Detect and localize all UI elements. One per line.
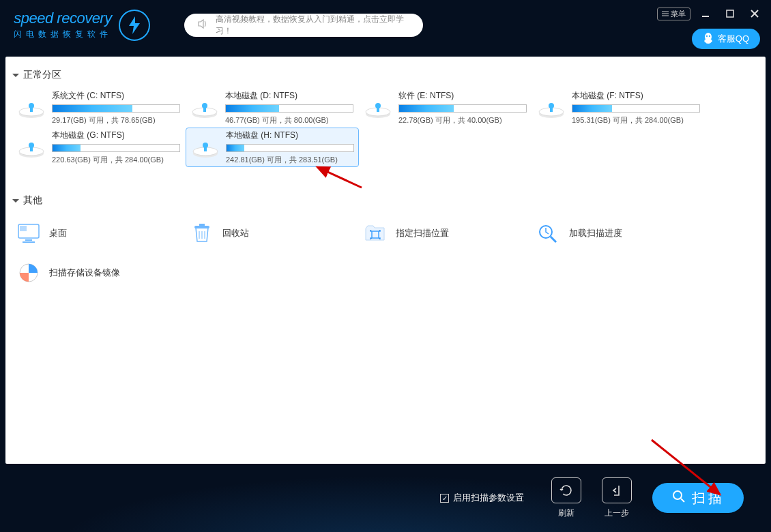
- svg-rect-30: [25, 239, 32, 241]
- menu-button[interactable]: 菜单: [657, 8, 690, 20]
- partitions-section-header[interactable]: 正常分区: [12, 69, 759, 81]
- partition-item[interactable]: 软件 (E: NTFS)22.78(GB) 可用，共 40.00(GB): [359, 88, 532, 128]
- other-item-image[interactable]: 扫描存储设备镜像: [12, 253, 186, 293]
- partition-item[interactable]: 系统文件 (C: NTFS)29.17(GB) 可用，共 78.65(GB): [12, 88, 186, 128]
- partition-usage: 195.31(GB) 可用，共 284.00(GB): [572, 115, 701, 125]
- prev-step-label: 上一步: [605, 507, 629, 519]
- partition-item[interactable]: 本地磁盘 (F: NTFS)195.31(GB) 可用，共 284.00(GB): [532, 88, 705, 128]
- support-qq-button[interactable]: 客服QQ: [692, 29, 760, 49]
- partition-name: 本地磁盘 (G: NTFS): [52, 130, 181, 141]
- disk-icon: [16, 134, 46, 160]
- refresh-icon: [551, 477, 581, 503]
- disk-icon: [363, 95, 393, 121]
- enable-scan-params-label: 启用扫描参数设置: [453, 492, 524, 504]
- other-item-recycle[interactable]: 回收站: [186, 213, 359, 253]
- usage-bar: [398, 104, 527, 113]
- image-icon: [16, 261, 41, 285]
- menu-button-label: 菜单: [671, 9, 686, 19]
- svg-rect-0: [727, 10, 733, 17]
- collapse-triangle-icon: [12, 199, 19, 203]
- svg-rect-27: [204, 145, 207, 151]
- disk-icon: [16, 95, 46, 121]
- minimize-button[interactable]: [696, 5, 715, 22]
- speaker-icon: [197, 18, 209, 32]
- collapse-triangle-icon: [12, 74, 19, 77]
- specify-icon: [363, 221, 388, 246]
- enable-scan-params-checkbox[interactable]: ✓ 启用扫描参数设置: [440, 492, 524, 504]
- window-controls: 菜单: [657, 5, 764, 22]
- other-item-specify[interactable]: 指定扫描位置: [359, 213, 532, 253]
- bolt-badge-icon: [119, 10, 150, 41]
- svg-rect-23: [30, 145, 33, 151]
- other-item-label: 指定扫描位置: [396, 227, 449, 239]
- other-grid: 桌面回收站指定扫描位置加载扫描进度扫描存储设备镜像: [12, 213, 759, 293]
- svg-rect-29: [20, 226, 27, 231]
- search-icon: [671, 489, 686, 507]
- other-item-label: 回收站: [222, 227, 249, 239]
- refresh-button[interactable]: 刷新: [551, 477, 581, 519]
- partition-usage: 242.81(GB) 可用，共 283.51(GB): [226, 155, 354, 165]
- partition-name: 软件 (E: NTFS): [398, 90, 528, 102]
- svg-point-37: [673, 491, 682, 499]
- svg-rect-7: [30, 106, 33, 112]
- logo-block: speed recovery 闪电数据恢复软件: [14, 10, 150, 41]
- partition-name: 本地磁盘 (D: NTFS): [225, 90, 355, 102]
- svg-rect-31: [23, 241, 35, 243]
- svg-rect-15: [377, 106, 379, 112]
- scan-button-label: 扫描: [692, 489, 725, 507]
- usage-bar: [52, 104, 180, 113]
- back-icon: [602, 477, 632, 503]
- close-button[interactable]: [745, 5, 764, 22]
- usage-bar: [226, 144, 354, 152]
- other-title: 其他: [23, 194, 42, 207]
- logo-title: speed recovery: [14, 10, 111, 27]
- desktop-icon: [16, 221, 41, 246]
- partition-item[interactable]: 本地磁盘 (H: NTFS)242.81(GB) 可用，共 283.51(GB): [186, 128, 359, 167]
- support-qq-label: 客服QQ: [718, 33, 749, 45]
- partition-usage: 29.17(GB) 可用，共 78.65(GB): [52, 115, 181, 125]
- partitions-title: 正常分区: [23, 69, 61, 81]
- recycle-icon: [190, 221, 214, 246]
- refresh-label: 刷新: [558, 507, 574, 519]
- footer-bar: ✓ 启用扫描参数设置 刷新 上一步 扫描: [0, 464, 771, 532]
- partition-usage: 22.78(GB) 可用，共 40.00(GB): [398, 115, 528, 125]
- other-section-header[interactable]: 其他: [12, 194, 759, 207]
- other-item-load[interactable]: 加载扫描进度: [532, 213, 705, 253]
- usage-bar: [225, 104, 353, 113]
- qq-icon: [703, 32, 714, 46]
- other-item-desktop[interactable]: 桌面: [12, 213, 186, 253]
- tutorial-tip[interactable]: 高清视频教程，数据恢复从入门到精通，点击立即学习！: [184, 14, 423, 37]
- svg-point-3: [709, 35, 710, 37]
- svg-point-2: [706, 35, 708, 37]
- partitions-grid: 系统文件 (C: NTFS)29.17(GB) 可用，共 78.65(GB)本地…: [12, 88, 759, 167]
- svg-rect-33: [199, 224, 205, 226]
- partition-name: 本地磁盘 (H: NTFS): [226, 130, 354, 141]
- other-item-label: 桌面: [49, 227, 67, 239]
- menu-lines-icon: [662, 11, 669, 16]
- svg-rect-11: [203, 106, 206, 112]
- checkbox-icon: ✓: [440, 494, 449, 503]
- usage-bar: [52, 144, 180, 152]
- maximize-button[interactable]: [721, 5, 740, 22]
- app-header: speed recovery 闪电数据恢复软件 高清视频教程，数据恢复从入门到精…: [0, 0, 771, 50]
- disk-icon: [536, 95, 566, 121]
- svg-rect-19: [550, 106, 553, 112]
- scan-button[interactable]: 扫描: [652, 483, 744, 513]
- partition-usage: 220.63(GB) 可用，共 284.00(GB): [52, 155, 181, 165]
- partition-name: 系统文件 (C: NTFS): [52, 90, 181, 102]
- main-panel: 正常分区 系统文件 (C: NTFS)29.17(GB) 可用，共 78.65(…: [5, 57, 766, 464]
- disk-icon: [190, 95, 220, 121]
- partition-item[interactable]: 本地磁盘 (D: NTFS)46.77(GB) 可用，共 80.00(GB): [186, 88, 359, 128]
- tutorial-tip-text: 高清视频教程，数据恢复从入门到精通，点击立即学习！: [216, 14, 411, 37]
- logo-subtitle: 闪电数据恢复软件: [14, 29, 112, 40]
- other-item-label: 扫描存储设备镜像: [49, 267, 120, 279]
- disk-icon: [190, 134, 220, 160]
- svg-rect-32: [194, 226, 209, 228]
- partition-item[interactable]: 本地磁盘 (G: NTFS)220.63(GB) 可用，共 284.00(GB): [12, 128, 186, 167]
- partition-usage: 46.77(GB) 可用，共 80.00(GB): [225, 115, 355, 125]
- usage-bar: [572, 104, 700, 113]
- other-item-label: 加载扫描进度: [569, 227, 622, 239]
- partition-name: 本地磁盘 (F: NTFS): [572, 90, 701, 102]
- load-icon: [536, 221, 561, 246]
- prev-step-button[interactable]: 上一步: [602, 477, 632, 519]
